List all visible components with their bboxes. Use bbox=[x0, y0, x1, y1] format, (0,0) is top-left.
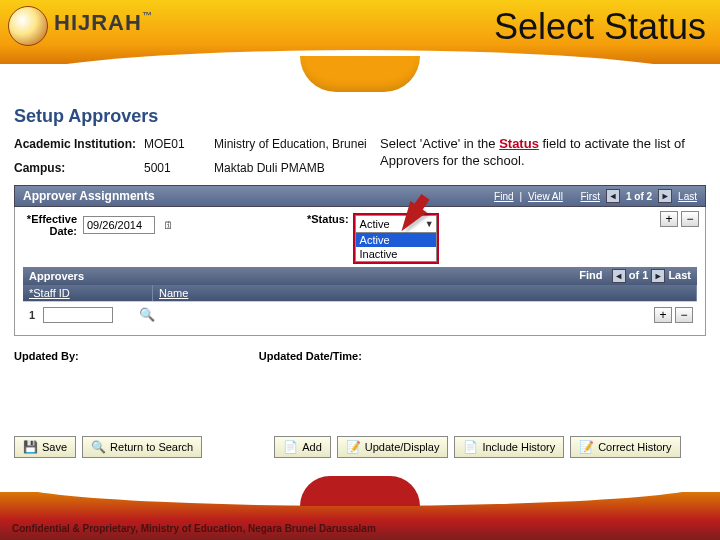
updated-datetime-label: Updated Date/Time: bbox=[259, 350, 362, 362]
slide-title: Select Status bbox=[494, 6, 706, 48]
approvers-last-link[interactable]: Last bbox=[668, 269, 691, 281]
save-button[interactable]: 💾Save bbox=[14, 436, 76, 458]
history-icon: 📄 bbox=[463, 440, 478, 454]
academic-name: Ministry of Education, Brunei bbox=[214, 137, 367, 151]
updated-by-label: Updated By: bbox=[14, 350, 79, 362]
approver-assignments-title: Approver Assignments bbox=[23, 189, 155, 203]
campus-code: 5001 bbox=[144, 161, 214, 175]
nav-last-link[interactable]: Last bbox=[678, 191, 697, 202]
academic-code: MOE01 bbox=[144, 137, 214, 151]
approvers-bar: Approvers Find ◄ of 1 ► Last bbox=[23, 267, 697, 285]
nav-page-text: 1 of 2 bbox=[626, 191, 652, 202]
search-icon: 🔍 bbox=[91, 440, 106, 454]
row-add-button[interactable]: + bbox=[654, 307, 672, 323]
edit-icon: 📝 bbox=[579, 440, 594, 454]
instruction-callout: Select 'Active' in the Status field to a… bbox=[380, 136, 690, 170]
effective-date-input[interactable] bbox=[83, 216, 155, 234]
add-button[interactable]: 📄Add bbox=[274, 436, 331, 458]
status-option-inactive[interactable]: Inactive bbox=[356, 247, 436, 261]
callout-status-word: Status bbox=[499, 136, 539, 151]
doc-icon: 📝 bbox=[346, 440, 361, 454]
add-row-button[interactable]: + bbox=[660, 211, 678, 227]
campus-name: Maktab Duli PMAMB bbox=[214, 161, 325, 175]
updated-row: Updated By: Updated Date/Time: bbox=[14, 350, 706, 362]
callout-text-pre: Select 'Active' in the bbox=[380, 136, 499, 151]
approvers-next-icon[interactable]: ► bbox=[651, 269, 665, 283]
approvers-prev-icon[interactable]: ◄ bbox=[612, 269, 626, 283]
save-icon: 💾 bbox=[23, 440, 38, 454]
update-display-button[interactable]: 📝Update/Display bbox=[337, 436, 449, 458]
page-title: Setup Approvers bbox=[14, 106, 706, 127]
footer-dip bbox=[300, 476, 420, 506]
assignments-nav: Find | View All First ◄ 1 of 2 ► Last bbox=[494, 189, 697, 203]
approvers-page-text: of 1 bbox=[629, 269, 649, 281]
brand-logo bbox=[8, 6, 48, 46]
staff-id-input[interactable] bbox=[43, 307, 113, 323]
nav-viewall-link[interactable]: View All bbox=[528, 191, 563, 202]
approvers-table-row: 1 🔍 + − bbox=[23, 301, 697, 327]
row-index: 1 bbox=[23, 309, 41, 321]
status-option-active[interactable]: Active bbox=[356, 233, 436, 247]
calendar-icon[interactable]: 🗓 bbox=[161, 218, 175, 232]
campus-label: Campus: bbox=[14, 161, 144, 175]
nav-next-icon[interactable]: ► bbox=[658, 189, 672, 203]
row-remove-button[interactable]: − bbox=[675, 307, 693, 323]
plus-icon: 📄 bbox=[283, 440, 298, 454]
col-name[interactable]: Name bbox=[153, 285, 697, 301]
status-selected-value: Active bbox=[360, 218, 390, 230]
remove-row-button[interactable]: − bbox=[681, 211, 699, 227]
col-staff-id[interactable]: *Staff ID bbox=[23, 285, 153, 301]
approvers-table-head: *Staff ID Name bbox=[23, 285, 697, 301]
effective-label-top: *Effective bbox=[23, 213, 77, 225]
brand-text: HIJRAH™ bbox=[54, 10, 153, 36]
bottom-button-bar: 💾Save 🔍Return to Search 📄Add 📝Update/Dis… bbox=[14, 436, 706, 458]
approver-assignments-bar: Approver Assignments Find | View All Fir… bbox=[14, 185, 706, 207]
header-dip bbox=[300, 56, 420, 92]
status-dropdown: Active Inactive bbox=[355, 233, 437, 262]
approvers-title: Approvers bbox=[29, 270, 84, 282]
correct-history-button[interactable]: 📝Correct History bbox=[570, 436, 680, 458]
academic-label: Academic Institution: bbox=[14, 137, 144, 151]
nav-prev-icon[interactable]: ◄ bbox=[606, 189, 620, 203]
approvers-nav: Find ◄ of 1 ► Last bbox=[579, 269, 691, 283]
assignments-body: + − *Effective Date: 🗓 *Status: Active ▼… bbox=[14, 207, 706, 336]
spacer bbox=[208, 436, 268, 458]
nav-find-link[interactable]: Find bbox=[494, 191, 513, 202]
include-history-button[interactable]: 📄Include History bbox=[454, 436, 564, 458]
lookup-icon[interactable]: 🔍 bbox=[139, 307, 155, 322]
effective-label-bottom: Date: bbox=[23, 225, 77, 237]
nav-first-link[interactable]: First bbox=[581, 191, 600, 202]
footer-text: Confidential & Proprietary, Ministry of … bbox=[12, 523, 376, 534]
approvers-find-link[interactable]: Find bbox=[579, 269, 602, 281]
status-label: *Status: bbox=[307, 213, 349, 225]
return-to-search-button[interactable]: 🔍Return to Search bbox=[82, 436, 202, 458]
assignments-plus-minus: + − bbox=[660, 211, 699, 227]
